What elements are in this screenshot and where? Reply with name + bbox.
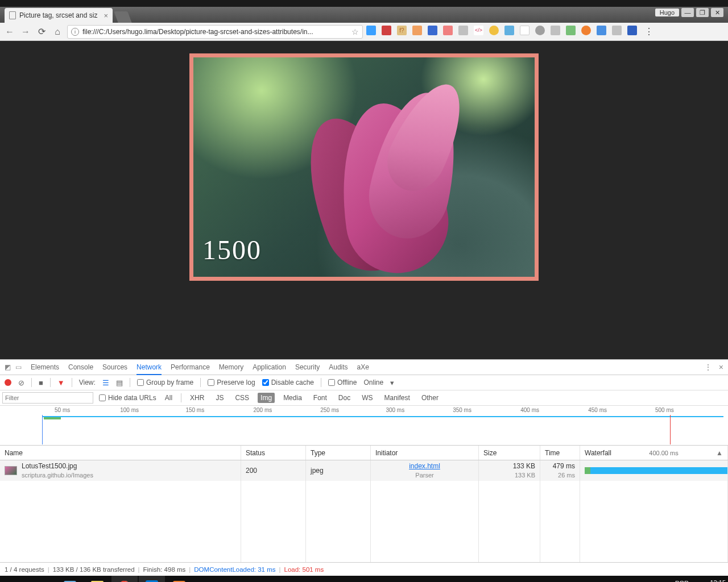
filter-media[interactable]: Media bbox=[280, 393, 305, 403]
inspect-icon[interactable]: ◩ bbox=[5, 363, 11, 371]
taskbar-app[interactable] bbox=[57, 576, 83, 582]
col-name[interactable]: Name bbox=[0, 446, 241, 460]
reload-button[interactable]: ⟳ bbox=[35, 26, 48, 38]
col-time[interactable]: Time bbox=[540, 446, 580, 460]
cell-initiator[interactable]: index.html bbox=[409, 462, 440, 471]
group-by-frame-checkbox[interactable]: Group by frame bbox=[137, 379, 193, 386]
browser-tab[interactable]: Picture tag, srcset and siz × bbox=[5, 8, 113, 23]
menu-button[interactable]: ⋮ bbox=[643, 26, 655, 38]
status-load: Load: 501 ms bbox=[284, 566, 324, 573]
hide-data-urls-checkbox[interactable]: Hide data URLs bbox=[99, 394, 156, 402]
devtools-close-icon[interactable]: × bbox=[719, 363, 723, 372]
extension-icon[interactable] bbox=[443, 26, 453, 35]
tab-sources[interactable]: Sources bbox=[102, 363, 127, 371]
taskbar-file-explorer[interactable] bbox=[84, 576, 110, 582]
maximize-button[interactable]: ❐ bbox=[696, 8, 709, 17]
close-tab-icon[interactable]: × bbox=[104, 11, 108, 20]
extension-icon[interactable] bbox=[412, 26, 422, 35]
extension-icon[interactable] bbox=[597, 26, 606, 35]
cell-initiator-sub: Parser bbox=[415, 471, 433, 479]
extension-icon[interactable] bbox=[428, 26, 437, 35]
back-button[interactable]: ← bbox=[3, 26, 16, 38]
taskbar-vscode[interactable] bbox=[139, 576, 165, 582]
extension-icon[interactable] bbox=[627, 26, 637, 35]
tab-strip: Picture tag, srcset and siz × Hugo — ❐ ✕ bbox=[0, 7, 728, 23]
cell-type: jpeg bbox=[306, 460, 371, 481]
devtools-menu-icon[interactable]: ⋮ bbox=[704, 363, 712, 372]
preserve-log-checkbox[interactable]: Preserve log bbox=[208, 379, 255, 386]
filter-font[interactable]: Font bbox=[311, 393, 330, 403]
col-status[interactable]: Status bbox=[241, 446, 306, 460]
extension-icon[interactable] bbox=[612, 26, 622, 35]
col-size[interactable]: Size bbox=[479, 446, 540, 460]
extension-icon[interactable] bbox=[520, 26, 530, 35]
filter-all[interactable]: All bbox=[162, 393, 175, 403]
tab-security[interactable]: Security bbox=[295, 363, 320, 371]
start-button[interactable] bbox=[2, 576, 28, 582]
filter-xhr[interactable]: XHR bbox=[187, 393, 207, 403]
extension-icon[interactable] bbox=[366, 26, 376, 35]
table-row[interactable]: LotusTest1500.jpg scriptura.github.io/Im… bbox=[0, 460, 728, 481]
filter-img[interactable]: Img bbox=[258, 393, 275, 403]
close-window-button[interactable]: ✕ bbox=[711, 8, 723, 17]
tab-title: Picture tag, srcset and siz bbox=[19, 11, 100, 19]
network-statusbar: 1 / 4 requests | 133 KB / 136 KB transfe… bbox=[0, 562, 728, 576]
filter-ws[interactable]: WS bbox=[359, 393, 375, 403]
tab-application[interactable]: Application bbox=[253, 363, 286, 371]
extension-icon[interactable] bbox=[504, 26, 514, 35]
address-bar[interactable]: i file:///C:/Users/hugo.lima/Desktop/pic… bbox=[67, 25, 363, 39]
filter-css[interactable]: CSS bbox=[232, 393, 252, 403]
site-info-icon[interactable]: i bbox=[71, 28, 79, 36]
filter-other[interactable]: Other bbox=[419, 393, 441, 403]
extension-icon[interactable] bbox=[489, 26, 499, 35]
filter-manifest[interactable]: Manifest bbox=[382, 393, 413, 403]
timeline-tick: 150 ms bbox=[185, 407, 204, 413]
extension-icon[interactable] bbox=[535, 26, 545, 35]
filter-input[interactable] bbox=[2, 392, 93, 404]
extension-icon[interactable] bbox=[458, 26, 468, 35]
forward-button[interactable]: → bbox=[19, 26, 32, 38]
extension-icon[interactable] bbox=[581, 26, 591, 35]
record-button[interactable] bbox=[5, 379, 11, 386]
filter-toggle-icon[interactable]: ▼ bbox=[57, 379, 65, 387]
view-list-icon[interactable]: ☰ bbox=[102, 379, 109, 387]
minimize-button[interactable]: — bbox=[681, 8, 694, 17]
disable-cache-checkbox[interactable]: Disable cache bbox=[262, 379, 314, 386]
extension-icon[interactable]: f? bbox=[397, 26, 407, 35]
extension-icon[interactable] bbox=[382, 26, 391, 35]
throttling-select[interactable]: Online bbox=[363, 379, 383, 386]
tab-network[interactable]: Network bbox=[136, 363, 162, 375]
network-timeline[interactable]: 50 ms 100 ms 150 ms 200 ms 250 ms 300 ms… bbox=[0, 406, 728, 446]
col-initiator[interactable]: Initiator bbox=[371, 446, 479, 460]
taskbar-media-player[interactable] bbox=[166, 576, 192, 582]
extension-icon[interactable] bbox=[566, 26, 576, 35]
home-button[interactable]: ⌂ bbox=[51, 26, 64, 38]
tab-elements[interactable]: Elements bbox=[31, 363, 59, 371]
device-toggle-icon[interactable]: ▭ bbox=[15, 363, 22, 371]
taskbar-clock[interactable]: 12:15 24/11/2017 bbox=[694, 579, 726, 582]
taskbar-chrome[interactable] bbox=[111, 576, 138, 582]
image-overlay-label: 1500 bbox=[202, 234, 262, 265]
language-indicator[interactable]: POR PTB2 bbox=[673, 580, 689, 582]
new-tab-button[interactable] bbox=[114, 11, 131, 23]
capture-screenshot-icon[interactable]: ■ bbox=[39, 379, 43, 387]
col-waterfall[interactable]: Waterfall 400.00 ms ▲ bbox=[580, 446, 728, 460]
task-view-button[interactable]: ▭ bbox=[30, 576, 56, 582]
tab-axe[interactable]: aXe bbox=[357, 363, 369, 371]
tab-performance[interactable]: Performance bbox=[171, 363, 210, 371]
timeline-tick: 450 ms bbox=[588, 407, 607, 413]
filter-doc[interactable]: Doc bbox=[336, 393, 353, 403]
view-large-icon[interactable]: ▤ bbox=[116, 379, 123, 387]
throttling-dropdown-icon[interactable]: ▾ bbox=[390, 379, 394, 387]
clear-button[interactable]: ⊘ bbox=[18, 379, 24, 387]
col-type[interactable]: Type bbox=[306, 446, 371, 460]
extension-icon[interactable] bbox=[551, 26, 560, 35]
offline-checkbox[interactable]: Offline bbox=[328, 379, 357, 386]
tab-console[interactable]: Console bbox=[68, 363, 93, 371]
tab-audits[interactable]: Audits bbox=[329, 363, 348, 371]
filter-js[interactable]: JS bbox=[213, 393, 226, 403]
bookmark-star-icon[interactable]: ☆ bbox=[351, 27, 359, 36]
user-badge[interactable]: Hugo bbox=[655, 9, 679, 16]
tab-memory[interactable]: Memory bbox=[219, 363, 243, 371]
extension-icon[interactable]: </> bbox=[474, 26, 483, 35]
